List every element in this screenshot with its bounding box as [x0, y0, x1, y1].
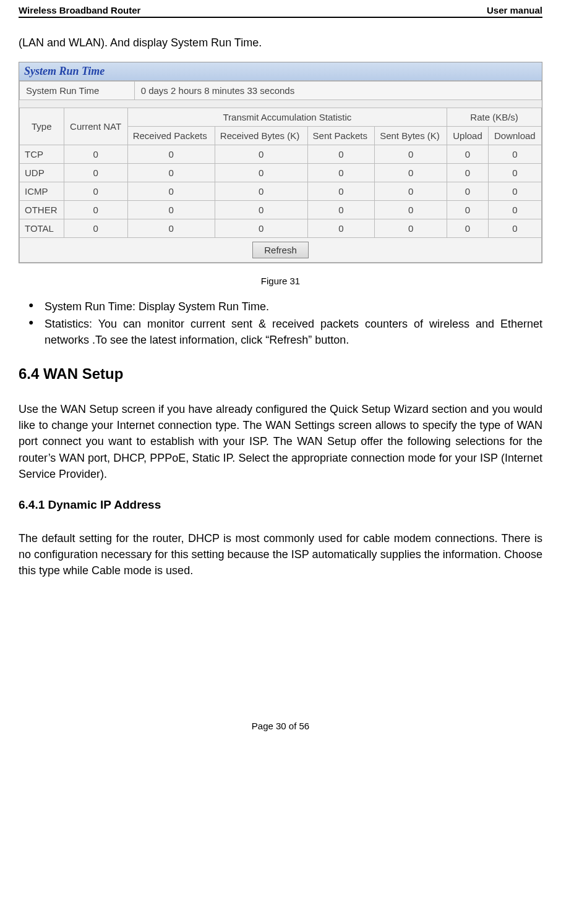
- table-row: UDP 0 0 0 0 0 0 0: [20, 164, 542, 182]
- col-type: Type: [20, 108, 64, 145]
- list-item: System Run Time: Display System Run Time…: [25, 299, 542, 315]
- col-transmit-group: Transmit Accumulation Statistic: [127, 108, 447, 127]
- page-footer: Page 30 of 56: [19, 721, 542, 731]
- col-download: Download: [488, 127, 541, 145]
- stats-table: Type Current NAT Transmit Accumulation S…: [19, 108, 542, 263]
- bullet-list: System Run Time: Display System Run Time…: [25, 299, 542, 348]
- cell-sp: 0: [307, 164, 375, 182]
- cell-type: TCP: [20, 145, 64, 164]
- cell-dn: 0: [488, 201, 541, 219]
- cell-rb: 0: [215, 164, 307, 182]
- runtime-label: System Run Time: [20, 82, 135, 100]
- cell-rp: 0: [127, 219, 215, 238]
- cell-rp: 0: [127, 145, 215, 164]
- table-row: ICMP 0 0 0 0 0 0 0: [20, 182, 542, 201]
- cell-sp: 0: [307, 182, 375, 201]
- runtime-value: 0 days 2 hours 8 minutes 33 seconds: [134, 82, 541, 100]
- col-current-nat: Current NAT: [64, 108, 127, 145]
- cell-up: 0: [447, 201, 488, 219]
- system-runtime-panel: System Run Time System Run Time 0 days 2…: [19, 62, 542, 263]
- cell-sb: 0: [375, 182, 447, 201]
- cell-nat: 0: [64, 145, 127, 164]
- cell-nat: 0: [64, 182, 127, 201]
- cell-rp: 0: [127, 164, 215, 182]
- cell-up: 0: [447, 145, 488, 164]
- refresh-button[interactable]: Refresh: [252, 242, 309, 258]
- cell-sp: 0: [307, 145, 375, 164]
- cell-rb: 0: [215, 219, 307, 238]
- intro-line: (LAN and WLAN). And display System Run T…: [19, 36, 542, 49]
- cell-up: 0: [447, 182, 488, 201]
- table-row: OTHER 0 0 0 0 0 0 0: [20, 201, 542, 219]
- cell-sp: 0: [307, 219, 375, 238]
- panel-title: System Run Time: [19, 62, 542, 81]
- cell-up: 0: [447, 164, 488, 182]
- col-sent-bytes: Sent Bytes (K): [375, 127, 447, 145]
- header-right: User manual: [487, 5, 542, 15]
- cell-type: UDP: [20, 164, 64, 182]
- cell-sb: 0: [375, 219, 447, 238]
- table-row: TOTAL 0 0 0 0 0 0 0: [20, 219, 542, 238]
- list-item: Statistics: You can monitor current sent…: [25, 316, 542, 348]
- section-6-4-1-para: The default setting for the router, DHCP…: [19, 530, 542, 579]
- cell-sb: 0: [375, 164, 447, 182]
- cell-rb: 0: [215, 182, 307, 201]
- col-recv-bytes: Received Bytes (K): [215, 127, 307, 145]
- col-recv-packets: Received Packets: [127, 127, 215, 145]
- cell-nat: 0: [64, 219, 127, 238]
- cell-type: OTHER: [20, 201, 64, 219]
- cell-up: 0: [447, 219, 488, 238]
- cell-rb: 0: [215, 145, 307, 164]
- header-left: Wireless Broadband Router: [19, 5, 140, 15]
- section-6-4-heading: 6.4 WAN Setup: [19, 365, 542, 383]
- col-upload: Upload: [447, 127, 488, 145]
- header-divider: [19, 17, 542, 18]
- cell-nat: 0: [64, 164, 127, 182]
- refresh-row: Refresh: [20, 238, 542, 263]
- stats-tbody: TCP 0 0 0 0 0 0 0 UDP 0 0 0 0 0 0 0 ICMP: [20, 145, 542, 263]
- cell-rp: 0: [127, 182, 215, 201]
- cell-type: TOTAL: [20, 219, 64, 238]
- runtime-row: System Run Time 0 days 2 hours 8 minutes…: [20, 82, 542, 100]
- col-sent-packets: Sent Packets: [307, 127, 375, 145]
- figure-caption: Figure 31: [19, 276, 542, 286]
- cell-dn: 0: [488, 182, 541, 201]
- runtime-table: System Run Time 0 days 2 hours 8 minutes…: [19, 81, 542, 100]
- cell-type: ICMP: [20, 182, 64, 201]
- col-rate-group: Rate (KB/s): [447, 108, 542, 127]
- cell-dn: 0: [488, 164, 541, 182]
- table-row: TCP 0 0 0 0 0 0 0: [20, 145, 542, 164]
- cell-dn: 0: [488, 219, 541, 238]
- cell-rp: 0: [127, 201, 215, 219]
- stats-header-row1: Type Current NAT Transmit Accumulation S…: [20, 108, 542, 127]
- cell-dn: 0: [488, 145, 541, 164]
- cell-sb: 0: [375, 201, 447, 219]
- cell-sp: 0: [307, 201, 375, 219]
- page-header: Wireless Broadband Router User manual: [19, 0, 542, 17]
- section-6-4-1-heading: 6.4.1 Dynamic IP Address: [19, 498, 542, 512]
- cell-nat: 0: [64, 201, 127, 219]
- cell-rb: 0: [215, 201, 307, 219]
- section-6-4-para: Use the WAN Setup screen if you have alr…: [19, 401, 542, 481]
- cell-sb: 0: [375, 145, 447, 164]
